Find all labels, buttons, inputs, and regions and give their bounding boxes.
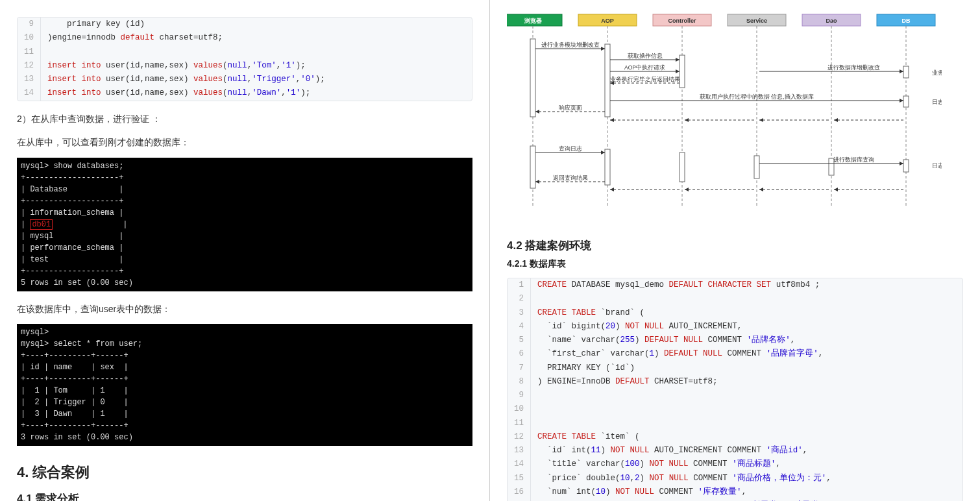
svg-text:日志表: 日志表 xyxy=(932,99,942,105)
svg-text:Controller: Controller xyxy=(668,18,696,24)
code-text: `id` bigint(20) NOT NULL AUTO_INCREMENT, xyxy=(531,320,742,334)
code-line: 3CREATE TABLE `brand` ( xyxy=(508,306,962,320)
svg-text:Dao: Dao xyxy=(826,18,837,24)
line-number: 14 xyxy=(508,458,531,471)
code-line: 14 `title` varchar(100) NOT NULL COMMENT… xyxy=(508,458,962,471)
terminal-select-user: mysql> mysql> select * from user; +----+… xyxy=(17,324,472,446)
line-number: 10 xyxy=(18,31,41,45)
code-text: `price` double(10,2) NOT NULL COMMENT '商… xyxy=(531,472,831,485)
line-number: 6 xyxy=(508,347,531,361)
code-text: ) ENGINE=InnoDB DEFAULT CHARSET=utf8; xyxy=(531,375,718,389)
code-block-1: 9 primary key (id)10)engine=innodb defau… xyxy=(17,17,472,101)
heading-4-2: 4.2 搭建案例环境 xyxy=(507,238,963,253)
line-number: 11 xyxy=(508,417,531,430)
svg-rect-24 xyxy=(605,149,610,185)
line-number: 9 xyxy=(508,389,531,402)
line-number: 4 xyxy=(508,320,531,334)
line-number: 11 xyxy=(18,45,41,59)
svg-text:日志表: 日志表 xyxy=(932,162,942,169)
code-line: 13 `id` int(11) NOT NULL AUTO_INCREMENT … xyxy=(508,444,962,458)
svg-text:进行业务模块增删改查: 进行业务模块增删改查 xyxy=(541,42,600,48)
code-text xyxy=(531,402,537,416)
code-text: CREATE DATABASE mysql_demo DEFAULT CHARA… xyxy=(531,278,820,292)
line-number: 13 xyxy=(18,73,41,86)
code-text: insert into user(id,name,sex) values(nul… xyxy=(41,59,306,73)
sequence-diagram: 浏览器AOPControllerServiceDaoDB进行业务模块增删改查获取… xyxy=(507,13,942,214)
document-container: 9 primary key (id)10)engine=innodb defau… xyxy=(0,0,980,501)
code-text: `name` varchar(255) DEFAULT NULL COMMENT… xyxy=(531,334,795,347)
svg-rect-18 xyxy=(530,39,535,117)
para-slave-db: 在从库中，可以查看到刚才创建的数据库： xyxy=(17,134,472,151)
svg-text:业务执行完毕之后返回结果: 业务执行完毕之后返回结果 xyxy=(610,76,680,82)
line-number: 15 xyxy=(508,472,531,485)
code-text: )engine=innodb default charset=utf8; xyxy=(41,31,223,45)
page-right: 浏览器AOPControllerServiceDaoDB进行业务模块增删改查获取… xyxy=(490,0,980,501)
svg-text:进行数据库增删改查: 进行数据库增删改查 xyxy=(827,64,880,71)
code-line: 6 `first_char` varchar(1) DEFAULT NULL C… xyxy=(508,347,962,361)
heading-section-4: 4. 综合案例 xyxy=(17,463,472,482)
line-number: 8 xyxy=(508,375,531,389)
code-text xyxy=(531,389,537,402)
svg-text:AOP: AOP xyxy=(601,18,614,24)
page-left: 9 primary key (id)10)engine=innodb defau… xyxy=(0,0,490,501)
svg-text:响应页面: 响应页面 xyxy=(559,104,582,111)
svg-text:进行数据库查询: 进行数据库查询 xyxy=(833,156,874,163)
svg-rect-26 xyxy=(754,156,759,178)
code-line: 4 `id` bigint(20) NOT NULL AUTO_INCREMEN… xyxy=(508,320,962,334)
code-line: 10 xyxy=(508,402,962,416)
code-text xyxy=(531,417,537,430)
terminal-show-databases: mysql> show databases; +----------------… xyxy=(17,158,472,291)
code-text: `title` varchar(100) NOT NULL COMMENT '商… xyxy=(531,458,781,471)
line-number: 12 xyxy=(18,59,41,73)
line-number: 9 xyxy=(18,18,41,31)
code-line: 10)engine=innodb default charset=utf8; xyxy=(18,31,472,45)
svg-text:获取操作信息: 获取操作信息 xyxy=(628,53,663,59)
svg-text:查询日志: 查询日志 xyxy=(559,145,582,152)
code-line: 12insert into user(id,name,sex) values(n… xyxy=(18,59,472,73)
code-text: PRIMARY KEY (`id`) xyxy=(531,361,635,375)
code-line: 14insert into user(id,name,sex) values(n… xyxy=(18,86,472,100)
code-line: 16 `num` int(10) NOT NULL COMMENT '库存数量'… xyxy=(508,485,962,499)
line-number: 1 xyxy=(508,278,531,292)
code-line: 11 xyxy=(508,417,962,430)
code-text: `num` int(10) NOT NULL COMMENT '库存数量', xyxy=(531,485,746,499)
code-text: primary key (id) xyxy=(41,18,145,31)
line-number: 2 xyxy=(508,292,531,306)
code-line: 11 xyxy=(18,45,472,59)
svg-text:业务表: 业务表 xyxy=(932,69,942,76)
para-query-user: 在该数据库中，查询user表中的数据： xyxy=(17,300,472,318)
code-text xyxy=(531,292,537,306)
code-line: 2 xyxy=(508,292,962,306)
svg-text:浏览器: 浏览器 xyxy=(524,18,542,24)
code-line: 5 `name` varchar(255) DEFAULT NULL COMME… xyxy=(508,334,962,347)
code-text: insert into user(id,name,sex) values(nul… xyxy=(41,86,310,100)
code-line: 7 PRIMARY KEY (`id`) xyxy=(508,361,962,375)
svg-text:DB: DB xyxy=(902,18,911,24)
code-text: insert into user(id,name,sex) values(nul… xyxy=(41,73,325,86)
svg-text:AOP中执行请求: AOP中执行请求 xyxy=(624,64,665,71)
line-number: 7 xyxy=(508,361,531,375)
code-text: `first_char` varchar(1) DEFAULT NULL COM… xyxy=(531,347,823,361)
code-block-2: 1CREATE DATABASE mysql_demo DEFAULT CHAR… xyxy=(507,278,963,501)
para-step2: 2）在从库中查询数据，进行验证 ： xyxy=(17,110,472,128)
svg-rect-23 xyxy=(530,146,535,188)
svg-text:Service: Service xyxy=(746,18,767,24)
line-number: 10 xyxy=(508,402,531,416)
code-line: 9 xyxy=(508,389,962,402)
code-line: 9 primary key (id) xyxy=(18,18,472,31)
svg-text:返回查询结果: 返回查询结果 xyxy=(553,175,588,181)
code-line: 15 `price` double(10,2) NOT NULL COMMENT… xyxy=(508,472,962,485)
svg-rect-21 xyxy=(903,66,909,78)
heading-4-2-1: 4.2.1 数据库表 xyxy=(507,258,963,270)
line-number: 14 xyxy=(18,86,41,100)
code-text: CREATE TABLE `brand` ( xyxy=(531,306,644,320)
line-number: 13 xyxy=(508,444,531,458)
code-text: CREATE TABLE `item` ( xyxy=(531,430,640,444)
line-number: 12 xyxy=(508,430,531,444)
code-text xyxy=(41,45,47,59)
code-text: `id` int(11) NOT NULL AUTO_INCREMENT COM… xyxy=(531,444,807,458)
code-line: 13insert into user(id,name,sex) values(n… xyxy=(18,73,472,86)
svg-rect-20 xyxy=(680,55,685,88)
code-line: 8) ENGINE=InnoDB DEFAULT CHARSET=utf8; xyxy=(508,375,962,389)
svg-rect-28 xyxy=(903,160,909,172)
